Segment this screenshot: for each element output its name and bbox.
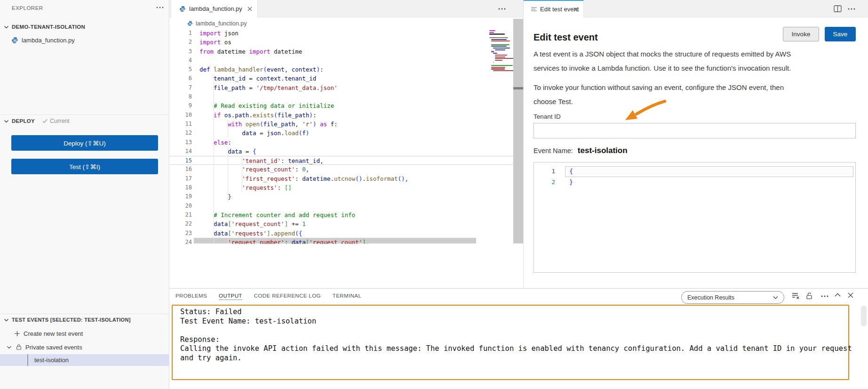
split-editor-icon[interactable]	[834, 5, 842, 12]
panel-tab-code-reference-log[interactable]: CODE REFERENCE LOG	[254, 293, 321, 300]
output-line: Response:	[180, 335, 841, 345]
execution-results-output[interactable]: Status: FailedTest Event Name: test-isol…	[172, 305, 849, 380]
test-events-section-header[interactable]: TEST EVENTS [SELECTED: TEST-ISOLATION]	[4, 315, 131, 325]
create-test-event-label: Create new test event	[24, 330, 83, 337]
lock-icon	[16, 344, 22, 350]
tenant-id-input[interactable]	[534, 123, 856, 138]
edit-test-event-panel: Edit test event Edit test event Invoke S…	[523, 0, 868, 288]
output-channel-dropdown[interactable]: Execution Results	[681, 291, 784, 304]
sidebar-divider	[0, 114, 169, 115]
vertical-scrollbar[interactable]	[513, 19, 523, 243]
indent-guide	[228, 147, 228, 202]
code-line[interactable]: 14 data = {	[169, 147, 514, 156]
scrollbar-handle[interactable]	[513, 87, 523, 89]
code-line[interactable]: 24 'request_number': data['request_count…	[169, 238, 514, 244]
test-event-name: test-isolation	[34, 357, 69, 364]
more-actions-icon[interactable]	[847, 8, 856, 10]
code-line[interactable]: 22 data['request_count'] += 1	[169, 219, 514, 228]
code-line[interactable]: 17 'first_request': datetime.utcnow().is…	[169, 174, 514, 183]
deploy-button[interactable]: Deploy (⇧⌘U)	[11, 135, 158, 151]
code-line[interactable]: 4	[169, 56, 514, 65]
event-name-value: test-isolation	[578, 146, 628, 155]
event-name-label: Event Name:	[534, 147, 573, 154]
code-line[interactable]: 19 }	[169, 192, 514, 201]
explorer-more-icon[interactable]	[156, 6, 164, 9]
indent-guide	[228, 238, 228, 243]
output-line: Calling the invoke API action failed wit…	[180, 344, 841, 354]
test-event-item-selected[interactable]: test-isolation	[0, 354, 169, 366]
unlock-icon[interactable]	[805, 292, 813, 300]
sidebar: EXPLORER DEMO-TENANT-ISOLATION lambda_fu…	[0, 0, 169, 389]
sidebar-item-file[interactable]: lambda_function.py	[11, 35, 75, 45]
code-line[interactable]: 23 data['requests'].append({	[169, 229, 514, 238]
breadcrumb[interactable]: lambda_function.py	[187, 18, 247, 28]
python-icon	[179, 6, 186, 12]
code-line[interactable]: 18 'requests': []	[169, 183, 514, 192]
tab-edit-test-event[interactable]: Edit test event	[524, 0, 584, 17]
chevron-down-icon	[4, 119, 9, 124]
close-icon[interactable]	[573, 7, 578, 12]
editor-more-icon[interactable]	[498, 8, 506, 10]
code-line[interactable]: 3from datetime import datetime	[169, 47, 514, 56]
code-line[interactable]: 16 'request_count': 0,	[169, 165, 514, 174]
panel-tab-terminal[interactable]: TERMINAL	[333, 293, 361, 300]
json-event-editor[interactable]: 1{2}	[534, 162, 856, 273]
deploy-title: DEPLOY	[12, 118, 35, 124]
code-line[interactable]: 2import os	[169, 38, 514, 47]
code-line[interactable]: 5def lambda_handler(event, context):	[169, 65, 514, 74]
json-editor-line[interactable]: 1{	[534, 166, 855, 177]
project-name: DEMO-TENANT-ISOLATION	[12, 24, 85, 30]
json-editor-line[interactable]: 2}	[534, 177, 855, 188]
more-actions-icon[interactable]	[820, 295, 829, 298]
bottom-panel: PROBLEMSOUTPUTCODE REFERENCE LOGTERMINAL…	[169, 288, 868, 389]
maximize-panel-icon[interactable]	[835, 292, 841, 297]
output-scrollbar[interactable]	[861, 306, 867, 326]
sidebar-divider	[0, 314, 169, 314]
code-line[interactable]: 10 if os.path.exists(file_path):	[169, 111, 514, 120]
instruction-paragraph: To invoke your function without saving a…	[534, 81, 784, 109]
deploy-section-header[interactable]: DEPLOY Current	[4, 116, 70, 126]
save-button[interactable]: Save	[825, 27, 856, 41]
code-line[interactable]: 11 with open(file_path, 'r') as f:	[169, 120, 514, 129]
code-line[interactable]: 1import json	[169, 29, 514, 38]
code-line[interactable]: 9 # Read existing data or initialize	[169, 101, 514, 110]
editor-group: lambda_function.py lambda_function.py 1i…	[169, 0, 523, 288]
code-line[interactable]: 6 tenant_id = context.tenant_id	[169, 74, 514, 83]
chevron-down-icon	[4, 317, 9, 323]
check-icon	[42, 119, 48, 123]
test-button[interactable]: Test (⇧⌘I)	[11, 159, 158, 174]
tree-indent-guide	[27, 354, 28, 366]
code-line[interactable]: 7 file_path = '/tmp/tenant_data.json'	[169, 83, 514, 92]
dropdown-label: Execution Results	[687, 294, 734, 301]
tenant-id-label: Tenant ID	[534, 113, 561, 120]
deploy-status-badge: Current	[42, 118, 70, 124]
code-line[interactable]: 15 'tenant_id': tenant_id,	[169, 156, 514, 165]
private-saved-events-item[interactable]: Private saved events	[7, 342, 82, 352]
code-line[interactable]: 8	[169, 92, 514, 101]
code-line[interactable]: 20	[169, 202, 514, 211]
code-line[interactable]: 21 # Increment counter and add request i…	[169, 211, 514, 219]
panel-tab-output[interactable]: OUTPUT	[219, 293, 242, 300]
panel-tab-problems[interactable]: PROBLEMS	[175, 293, 207, 300]
code-editor[interactable]: 1import json2import os3from datetime imp…	[169, 28, 514, 244]
output-line: Test Event Name: test-isolation	[180, 317, 841, 326]
panel-tabs: PROBLEMSOUTPUTCODE REFERENCE LOGTERMINAL	[175, 289, 361, 304]
test-events-title: TEST EVENTS [SELECTED: TEST-ISOLATION]	[12, 317, 131, 323]
code-line[interactable]: 13 else:	[169, 138, 514, 147]
tab-lambda-function[interactable]: lambda_function.py	[171, 0, 258, 17]
close-panel-icon[interactable]	[848, 292, 853, 298]
description-paragraph: A test event is a JSON object that mocks…	[534, 47, 791, 75]
tab-label: lambda_function.py	[189, 5, 242, 12]
output-line: Status: Failed	[180, 308, 841, 317]
python-icon	[187, 21, 193, 26]
clear-output-icon[interactable]	[792, 292, 800, 299]
sidebar-item-project[interactable]: DEMO-TENANT-ISOLATION	[4, 22, 85, 32]
private-saved-events-label: Private saved events	[25, 344, 82, 351]
code-line[interactable]: 12 data = json.load(f)	[169, 129, 514, 138]
invoke-button[interactable]: Invoke	[783, 27, 819, 41]
chevron-down-icon	[4, 24, 9, 30]
breadcrumb-label: lambda_function.py	[196, 20, 247, 27]
create-test-event-item[interactable]: Create new test event	[14, 328, 83, 339]
close-icon[interactable]	[247, 7, 252, 11]
indent-guide	[228, 120, 228, 138]
